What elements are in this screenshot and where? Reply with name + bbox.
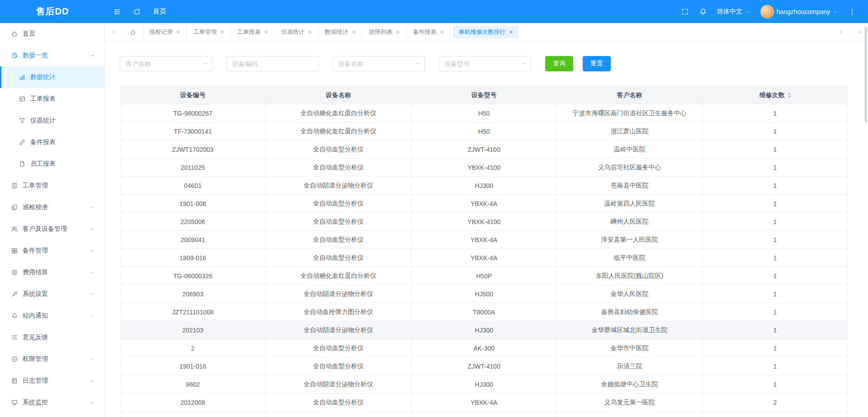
tab-label: 故障列表 [369,28,392,36]
table-row-partial [120,412,848,417]
funnel-icon [19,117,26,124]
sidebar-subitem[interactable]: 备件报表 [0,131,104,153]
sidebar-item[interactable]: 巡检校准 [0,197,104,218]
table-row[interactable]: 2205006全自动血型分析仪YBXK-4100嵊州人民医院1 [120,213,848,231]
table-row[interactable]: 202103全自动阴道分泌物分析仪HJ300金华婺城区城北街道卫生院1 [120,321,848,339]
table-cell: HJ500 [411,285,557,303]
sidebar-item[interactable]: 费用结算 [0,262,104,283]
tab[interactable]: 备件报表× [406,23,450,41]
tab-close-icon[interactable]: × [440,29,443,35]
sidebar-item[interactable]: 意见反馈 [0,327,104,348]
layout: 首页数据一览数据统计工单报表仪器统计备件报表员工报表工单管理巡检校准客户及设备管… [0,23,868,417]
table-row[interactable]: 1809-016全自动血型分析仪YBXK-4A临平中医院1 [120,249,848,267]
tab-scroll-right-button[interactable] [832,23,850,41]
table-cell: 全自动血型分析仪 [266,394,411,412]
tab-scroll-left-button[interactable] [105,23,123,41]
user-menu[interactable]: hangzhoucompany [760,5,838,19]
chevron-down-icon [90,313,95,319]
table-cell: 1 [703,339,848,357]
filter-input[interactable] [120,56,212,71]
table-cell: 2009041 [120,231,266,249]
chevron-down-icon [90,248,95,253]
tab-home[interactable] [123,23,143,41]
tab[interactable]: 数据统计× [319,23,363,41]
tab-close-icon[interactable]: × [264,29,268,35]
language-switcher[interactable]: 简体中文 [717,8,750,16]
file-icon [19,160,26,168]
sort-icon[interactable] [788,93,791,98]
filter-input[interactable] [226,56,319,71]
tab[interactable]: 工单管理× [187,23,231,41]
table-cell: 东阳人民医院(巍山院区) [557,267,703,285]
table-cell: 全自动血型分析仪 [266,357,411,375]
column-header[interactable]: 维修次数 [703,86,848,104]
home-icon [11,30,18,37]
sidebar-item-label: 数据一览 [23,52,48,60]
filter-input[interactable] [332,56,425,71]
table-row[interactable]: 206903全自动阴道分泌物分析仪HJ500金华人民医院1 [120,285,848,303]
sidebar-subitem[interactable]: 数据统计 [0,66,104,88]
chevron-down-icon [90,270,95,275]
column-header-label: 设备名称 [326,91,351,99]
bell-icon[interactable] [699,8,707,16]
reset-button[interactable]: 重置 [583,56,611,71]
fullscreen-icon[interactable] [681,8,689,16]
table-cell: 全自动阴道分泌物分析仪 [266,285,411,303]
sidebar-subitem-label: 员工报表 [30,160,56,168]
page-scrollbar[interactable] [864,27,867,122]
tab-close-icon[interactable]: × [308,29,312,35]
table-row[interactable]: 1901-008全自动血型分析仪YBXK-4A温岭第四人民医院1 [120,195,848,213]
tab[interactable]: 故障列表× [363,23,406,41]
tab[interactable]: 巡检记录× [143,23,187,41]
sidebar-item[interactable]: 首页 [0,23,104,45]
sidebar-item[interactable]: 权限管理 [0,348,104,370]
table-cell: HJ300 [411,375,557,394]
tab[interactable]: 仪器统计× [275,23,319,41]
table-cell: 04601 [120,177,266,195]
table-row[interactable]: TF-73000141全自动糖化血红蛋白分析仪H50浙江萧山医院1 [120,122,848,141]
table-row[interactable]: 2全自动血型分析仪AK-300金华市中医院1 [120,339,848,357]
sidebar-subitem[interactable]: 仪器统计 [0,110,104,131]
monitor-icon [11,399,18,406]
tab-close-icon[interactable]: × [509,29,513,35]
tab-close-icon[interactable]: × [352,29,356,35]
table-cell: 1 [703,375,848,394]
sidebar-item[interactable]: 工单管理 [0,175,104,197]
table-row[interactable]: 8602全自动阴道分泌物分析仪HJ300余姚低塘中心卫生院1 [120,375,848,394]
table-row[interactable]: 1901-018全自动血型分析仪ZJWT-4100乐清三院1 [120,357,848,375]
sidebar-subitem[interactable]: 工单报表 [0,88,104,110]
breadcrumb-home[interactable]: 首页 [153,7,166,16]
table-row[interactable]: 2009041全自动血型分析仪YBXK-4A淳安县第一人民医院1 [120,231,848,249]
table-row[interactable]: ZJWT1702003全自动血型分析仪ZJWT-4100温岭中医院1 [120,141,848,159]
topbar-left: 首页 [105,7,166,16]
table-body: TG-98000267全自动糖化血红蛋白分析仪H50宁波市海曙区南门街道社区卫生… [120,104,848,417]
menu-fold-icon[interactable] [113,8,121,16]
sidebar-item[interactable]: 日志管理 [0,370,104,392]
tab[interactable]: 单机维修次数排行× [453,26,518,38]
username: hangzhoucompany [777,8,830,15]
sidebar-item[interactable]: 数据一览 [0,45,104,66]
table-row[interactable]: JZT211101008全自动血栓弹力图分析仪T8000A嘉善县妇幼保健医院1 [120,303,848,321]
table-row[interactable]: TG-98000267全自动糖化血红蛋白分析仪H50宁波市海曙区南门街道社区卫生… [120,104,848,122]
filter-input[interactable] [439,56,531,71]
table-cell: 全自动糖化血红蛋白分析仪 [266,122,411,141]
sidebar-item[interactable]: 客户及设备管理 [0,218,104,240]
sidebar-item[interactable]: 系统设置 [0,283,104,305]
sidebar-item[interactable]: 备件管理 [0,240,104,262]
refresh-icon[interactable] [133,8,141,16]
sidebar-item[interactable]: 系统监控 [0,392,104,413]
table-row[interactable]: 04601全自动阴道分泌物分析仪HJ300苍南县中医院1 [120,177,848,195]
search-button[interactable]: 查询 [545,56,573,71]
table-row[interactable]: 2011025全自动血型分析仪YBXK-4100义乌后宅社区服务中心1 [120,159,848,177]
table-cell: 1 [703,249,848,267]
language-label: 简体中文 [717,8,742,16]
dots-vertical-icon[interactable] [848,8,856,16]
tab-close-icon[interactable]: × [396,29,400,35]
table-row[interactable]: TG-06000326全自动糖化血红蛋白分析仪H50P东阳人民医院(巍山院区)1 [120,267,848,285]
tab[interactable]: 工单报表× [231,23,274,41]
sidebar-subitem[interactable]: 员工报表 [0,153,104,175]
tab-close-icon[interactable]: × [220,29,224,35]
table-row[interactable]: 2012008全自动血型分析仪YBXK-4A义乌复元第一医院2 [120,394,848,412]
sidebar-item[interactable]: 站内通知 [0,305,104,327]
tab-close-icon[interactable]: × [176,29,180,35]
